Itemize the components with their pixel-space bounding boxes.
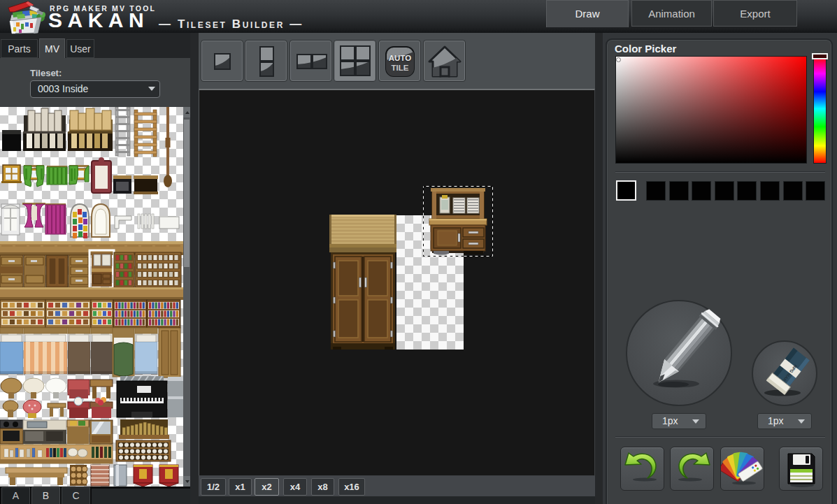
svg-text:TILE: TILE	[392, 64, 409, 72]
svg-text:AUTO: AUTO	[389, 54, 411, 62]
